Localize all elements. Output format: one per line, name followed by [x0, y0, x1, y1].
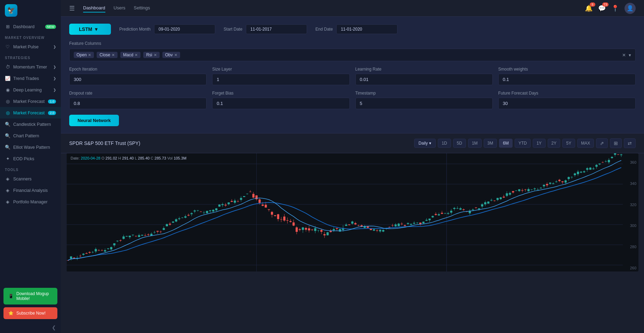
smooth-weights-label: Smooth weights — [498, 67, 636, 72]
remove-open-button[interactable]: ✕ — [88, 53, 91, 57]
epoch-input[interactable] — [69, 74, 207, 85]
size-layer-input[interactable] — [212, 74, 349, 85]
end-date-input[interactable] — [336, 24, 397, 34]
share-chart-button[interactable]: ⇗ — [596, 138, 608, 148]
hamburger-menu-button[interactable]: ☰ — [69, 5, 75, 12]
table-view-button[interactable]: ⊞ — [610, 138, 622, 148]
timeframe-button[interactable]: Daily ▾ — [414, 139, 436, 148]
app-logo-icon: 🦅 — [5, 4, 17, 17]
sidebar-item-financial-analysis[interactable]: ◈ Financial Analysis — [0, 185, 61, 196]
learning-rate-input[interactable] — [355, 74, 493, 85]
messages-button[interactable]: 💬 73 — [598, 5, 606, 12]
start-date-input[interactable] — [246, 24, 307, 34]
sidebar-item-label: Candlestick Pattern — [13, 122, 51, 127]
download-mobile-button[interactable]: 📱 Download Mogup Mobile! — [3, 288, 57, 304]
forget-bias-input[interactable] — [212, 98, 349, 109]
feature-columns-label: Feature Columns — [69, 41, 636, 46]
size-layer-group: Size Layer — [212, 67, 349, 85]
sidebar-item-scanners[interactable]: ◈ Scanners — [0, 173, 61, 185]
remove-close-button[interactable]: ✕ — [112, 53, 115, 57]
sidebar-item-dashboard[interactable]: ⊞ Dashboard NEW — [0, 21, 61, 32]
learning-rate-group: Learning Rate — [355, 67, 493, 85]
sidebar-item-eod-picks[interactable]: ✦ EOD Picks — [0, 153, 61, 164]
period-5d-button[interactable]: 5D — [453, 139, 466, 148]
chart-o-label: O — [102, 156, 105, 160]
feature-dropdown-icon[interactable]: ▾ — [629, 52, 631, 58]
timestamp-input[interactable] — [355, 98, 493, 109]
notifications-button[interactable]: 🔔 5 — [585, 5, 593, 12]
sidebar-item-market-pulse[interactable]: ♡ Market Pulse ❯ — [0, 41, 61, 52]
nav-users[interactable]: Users — [114, 4, 126, 13]
prediction-month-input[interactable] — [154, 24, 215, 34]
sidebar-item-label: Financial Analysis — [13, 188, 48, 193]
period-2y-button[interactable]: 2Y — [548, 139, 561, 148]
nav-dashboard[interactable]: Dashboard — [83, 4, 105, 13]
feature-tag-rsi: Rsi ✕ — [143, 52, 159, 58]
sidebar-collapse-area: ❮ — [0, 322, 61, 333]
forecast-icon: ◎ — [5, 110, 10, 115]
collapse-sidebar-button[interactable]: ❮ — [52, 325, 56, 330]
content-area: LSTM ▾ Prediction Month Start Date End D… — [61, 17, 644, 333]
subscribe-button[interactable]: ⭐ Subscribe Now! — [3, 307, 57, 319]
remove-obv-button[interactable]: ✕ — [174, 53, 177, 57]
location-button[interactable]: 📍 — [611, 5, 619, 12]
prediction-month-label: Prediction Month — [119, 27, 151, 32]
period-ytd-button[interactable]: YTD — [515, 139, 531, 148]
sidebar-item-portfolio-manager[interactable]: ◈ Portfolio Manager — [0, 196, 61, 208]
period-1y-button[interactable]: 1Y — [533, 139, 546, 148]
chevron-right-icon: ❯ — [53, 76, 56, 80]
sidebar-item-candlestick-pattern[interactable]: 🔍 Candlestick Pattern — [0, 119, 61, 130]
heart-icon: ♡ — [5, 44, 10, 49]
chart-o-value: 291.02 — [105, 156, 117, 160]
sidebar-item-elliot-wave[interactable]: 🔍 Elliot Wave Pattern — [0, 141, 61, 153]
wave-icon: 🔍 — [5, 145, 10, 150]
sidebar-item-label: Chart Pattern — [13, 133, 39, 138]
period-5y-button[interactable]: 5Y — [562, 139, 575, 148]
period-1d-button[interactable]: 1D — [438, 139, 451, 148]
lstm-button[interactable]: LSTM ▾ — [69, 24, 111, 35]
future-forecast-group: Future Forecast Days — [498, 91, 636, 109]
sidebar-item-label: Market Pulse — [13, 44, 39, 49]
sidebar-item-label: Elliot Wave Pattern — [13, 145, 50, 150]
remove-macd-button[interactable]: ✕ — [135, 53, 138, 57]
analysis-icon: ◈ — [5, 188, 10, 193]
period-max-button[interactable]: MAX — [577, 139, 594, 148]
dropout-group: Dropout rate — [69, 91, 207, 109]
forecast-icon: ◎ — [5, 99, 10, 104]
logo-area: 🦅 — [0, 0, 61, 21]
sidebar-item-chart-pattern[interactable]: 🔍 Chart Pattern — [0, 130, 61, 141]
compare-button[interactable]: ⇄ — [624, 138, 636, 148]
sidebar-item-deep-learning[interactable]: ◉ Deep Learning ❯ — [0, 84, 61, 96]
chevron-down-icon: ❯ — [53, 88, 56, 92]
remove-rsi-button[interactable]: ✕ — [154, 53, 157, 57]
section-market-overview: MARKET OVERVIEW — [0, 32, 61, 41]
neural-network-button[interactable]: Neural Network — [69, 115, 119, 126]
sidebar: 🦅 ⊞ Dashboard NEW MARKET OVERVIEW ♡ Mark… — [0, 0, 61, 333]
subscribe-icon: ⭐ — [8, 311, 14, 316]
dropout-input[interactable] — [69, 98, 207, 109]
sidebar-item-momentum-timer[interactable]: ⏱ Momentum Timer ❯ — [0, 61, 61, 73]
sidebar-item-label: Market Forecast — [13, 99, 45, 104]
sidebar-item-label: Momentum Timer — [13, 65, 47, 70]
section-tools: TOOLS — [0, 164, 61, 173]
chart-date-value: 2020-04-28 — [81, 156, 100, 160]
sidebar-item-trend-trades[interactable]: 📈 Trend Trades ❯ — [0, 73, 61, 84]
chart-h-value: 291.40 — [122, 156, 134, 160]
size-layer-label: Size Layer — [212, 67, 349, 72]
feature-columns-section: Feature Columns Open ✕ Close ✕ Macd ✕ Rs… — [69, 41, 636, 61]
nav-settings[interactable]: Settings — [134, 4, 150, 13]
start-date-label: Start Date — [224, 27, 242, 32]
period-6m-button[interactable]: 6M — [499, 139, 513, 148]
sidebar-item-label: Scanners — [13, 177, 32, 181]
feature-columns-input[interactable]: Open ✕ Close ✕ Macd ✕ Rsi ✕ Obv ✕ ✕ — [69, 49, 636, 61]
period-1m-button[interactable]: 1M — [468, 139, 482, 148]
period-3m-button[interactable]: 3M — [484, 139, 497, 148]
sidebar-item-market-forecast-1[interactable]: ◎ Market Forecast 1.0 — [0, 96, 61, 107]
feature-clear-button[interactable]: ✕ — [622, 52, 626, 58]
user-avatar[interactable]: 👤 — [625, 3, 636, 14]
sidebar-item-market-forecast-2[interactable]: ◎ Market Forecast 2.0 — [0, 107, 61, 119]
section-strategies: STRATEGIES — [0, 52, 61, 61]
future-forecast-input[interactable] — [498, 98, 636, 109]
smooth-weights-input[interactable] — [498, 74, 636, 85]
chart-vol-label: Vol — [167, 156, 172, 160]
